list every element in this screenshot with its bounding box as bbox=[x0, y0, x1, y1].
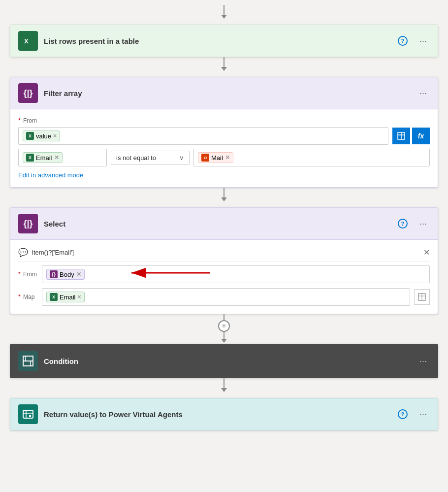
list-rows-help-button[interactable]: ? bbox=[395, 34, 411, 48]
operator-text: is not equal to bbox=[116, 154, 156, 162]
value-token: X value × bbox=[23, 131, 60, 141]
select-map-edit-button[interactable] bbox=[414, 289, 430, 305]
filter-left-field[interactable]: X Email ✕ bbox=[18, 149, 107, 166]
arrow-1 bbox=[221, 57, 227, 77]
select-map-input[interactable]: X Email × bbox=[42, 288, 410, 306]
select-more-button[interactable]: ··· bbox=[416, 217, 430, 231]
select-question-icon: ? bbox=[398, 219, 408, 229]
body-token: {} Body ✕ bbox=[46, 269, 85, 280]
mail-token-close[interactable]: ✕ bbox=[225, 154, 230, 161]
select-body: 💬 item()?['Email'] ✕ * From {} Body ✕ bbox=[10, 240, 438, 314]
excel-icon: X bbox=[22, 35, 34, 47]
select-from-wrapper: * From {} Body ✕ bbox=[18, 265, 430, 283]
top-arrow bbox=[221, 5, 227, 25]
flow-container: X List rows present in a table ? ··· {|}… bbox=[10, 5, 438, 430]
select-map-label: * Map bbox=[18, 294, 38, 300]
svg-text:X: X bbox=[24, 37, 29, 45]
condition-icon bbox=[22, 355, 34, 367]
map-email-token-close[interactable]: × bbox=[78, 294, 81, 300]
return-icon bbox=[22, 408, 34, 420]
mail-token-icon: O bbox=[201, 154, 209, 162]
add-step-button[interactable]: + bbox=[218, 320, 230, 332]
select-from-input[interactable]: {} Body ✕ bbox=[42, 265, 430, 283]
filter-array-header: {|} Filter array ··· bbox=[10, 77, 438, 109]
map-required: * bbox=[18, 294, 21, 300]
list-rows-title: List rows present in a table bbox=[44, 37, 389, 45]
select-brace-icon: {|} bbox=[23, 219, 32, 229]
email-token-icon: X bbox=[26, 154, 34, 162]
return-card: Return value(s) to Power Virtual Agents … bbox=[10, 398, 438, 430]
email-token-close[interactable]: ✕ bbox=[54, 154, 59, 161]
from-required-star: * bbox=[18, 117, 21, 124]
from-required: * bbox=[18, 271, 21, 278]
return-icon-box bbox=[18, 404, 38, 424]
filter-brace-icon: {|} bbox=[23, 88, 32, 98]
list-rows-card: X List rows present in a table ? ··· bbox=[10, 25, 438, 57]
condition-card: Condition ··· bbox=[10, 344, 438, 378]
plus-connector: + bbox=[218, 314, 230, 344]
body-token-icon: {} bbox=[50, 270, 58, 278]
filter-right-field[interactable]: O Mail ✕ bbox=[193, 149, 430, 166]
condition-title: Condition bbox=[44, 357, 411, 365]
filter-table-icon bbox=[397, 132, 405, 140]
filter-icon-box: {|} bbox=[18, 83, 38, 103]
mail-token-label: Mail bbox=[211, 154, 223, 162]
select-title: Select bbox=[44, 220, 389, 228]
condition-icon-box bbox=[18, 351, 38, 371]
select-map-row: * Map X Email × bbox=[18, 288, 430, 306]
filter-more-button[interactable]: ··· bbox=[416, 86, 430, 100]
arrow-3 bbox=[221, 378, 227, 398]
body-token-label: Body bbox=[60, 271, 74, 278]
excel-icon-box: X bbox=[18, 31, 38, 51]
advanced-mode-link[interactable]: Edit in advanced mode bbox=[18, 171, 83, 179]
select-from-row: * From {} Body ✕ bbox=[18, 265, 430, 283]
select-item-row: 💬 item()?['Email'] ✕ bbox=[18, 248, 430, 262]
list-rows-more-button[interactable]: ··· bbox=[416, 34, 430, 48]
filter-condition-row: X Email ✕ is not equal to ∨ O Mail ✕ bbox=[18, 149, 430, 166]
fx-label: fx bbox=[418, 132, 424, 140]
from-label-text: From bbox=[23, 117, 37, 124]
email-token-label: Email bbox=[36, 154, 52, 162]
table-edit-icon bbox=[418, 293, 426, 301]
list-rows-question-icon: ? bbox=[398, 36, 408, 46]
filter-toolbar-btn-1[interactable] bbox=[392, 128, 410, 144]
value-token-close[interactable]: × bbox=[53, 132, 57, 139]
map-email-token: X Email × bbox=[46, 292, 85, 302]
return-header: Return value(s) to Power Virtual Agents … bbox=[10, 398, 438, 430]
filter-array-body: * From X value × bbox=[10, 109, 438, 187]
return-help-button[interactable]: ? bbox=[395, 407, 411, 421]
select-help-button[interactable]: ? bbox=[395, 217, 411, 230]
mail-token: O Mail ✕ bbox=[198, 152, 233, 163]
from-label-text2: From bbox=[23, 271, 37, 278]
select-item-close-button[interactable]: ✕ bbox=[423, 248, 430, 257]
from-label: * From bbox=[18, 117, 430, 124]
return-question-icon: ? bbox=[398, 409, 408, 419]
list-rows-header: X List rows present in a table ? ··· bbox=[10, 25, 438, 57]
return-title: Return value(s) to Power Virtual Agents bbox=[44, 410, 389, 419]
select-item-label: item()?['Email'] bbox=[32, 249, 74, 256]
body-token-close[interactable]: ✕ bbox=[76, 271, 81, 278]
value-token-icon: X bbox=[26, 132, 34, 140]
filter-operator-select[interactable]: is not equal to ∨ bbox=[111, 151, 190, 165]
email-token: X Email ✕ bbox=[23, 152, 63, 163]
from-token-field[interactable]: X value × bbox=[18, 127, 388, 145]
map-email-token-icon: X bbox=[50, 293, 58, 301]
map-label-text: Map bbox=[23, 294, 34, 300]
select-card: {|} Select ? ··· 💬 item()?['Email'] ✕ * … bbox=[10, 207, 438, 314]
chat-icon: 💬 bbox=[18, 248, 28, 257]
arrow-2 bbox=[221, 188, 227, 207]
filter-toolbar-btn-2[interactable]: fx bbox=[412, 128, 430, 144]
select-header: {|} Select ? ··· bbox=[10, 208, 438, 240]
condition-header: Condition ··· bbox=[10, 344, 438, 378]
filter-array-card: {|} Filter array ··· * From X value × bbox=[10, 77, 438, 188]
select-icon-box: {|} bbox=[18, 214, 38, 233]
select-from-label: * From bbox=[18, 271, 38, 278]
from-toolbar: fx bbox=[392, 128, 430, 144]
return-more-button[interactable]: ··· bbox=[416, 407, 430, 422]
operator-chevron: ∨ bbox=[179, 154, 184, 162]
value-token-label: value bbox=[36, 132, 51, 140]
map-email-token-label: Email bbox=[60, 294, 76, 301]
filter-array-title: Filter array bbox=[44, 89, 411, 98]
svg-rect-14 bbox=[23, 410, 33, 418]
condition-more-button[interactable]: ··· bbox=[416, 354, 430, 368]
